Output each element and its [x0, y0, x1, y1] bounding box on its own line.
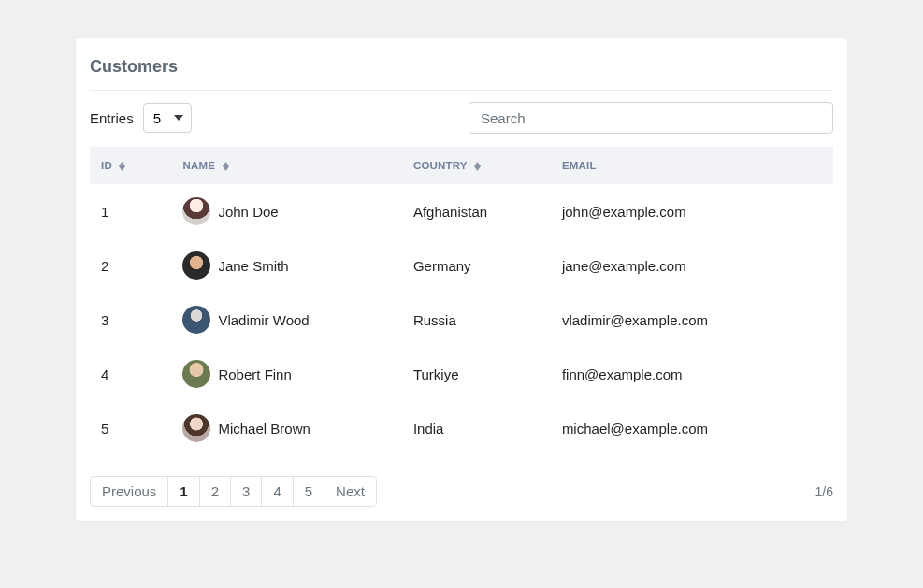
table-row: 1John DoeAfghanistanjohn@example.com	[90, 184, 833, 238]
table-row: 4Robert FinnTurkiyefinn@example.com	[90, 347, 833, 401]
customers-table: ID Name Country	[90, 147, 833, 455]
sort-icon	[119, 162, 125, 171]
page-3[interactable]: 3	[230, 476, 262, 507]
avatar	[182, 251, 210, 280]
cell-country: Germany	[402, 238, 551, 293]
cell-email: john@example.com	[551, 184, 833, 238]
avatar	[182, 197, 210, 225]
column-label: ID	[101, 160, 112, 171]
cell-email: finn@example.com	[551, 347, 833, 401]
cell-country: Turkiye	[402, 347, 551, 401]
cell-name: Jane Smith	[171, 238, 401, 293]
column-label: Name	[182, 160, 215, 171]
column-header-country[interactable]: Country	[402, 147, 551, 184]
column-header-id[interactable]: ID	[90, 147, 171, 184]
table-row: 2Jane SmithGermanyjane@example.com	[90, 238, 833, 293]
avatar	[182, 414, 210, 442]
page-1[interactable]: 1	[167, 476, 199, 507]
cell-country: Afghanistan	[402, 184, 551, 238]
page-previous[interactable]: Previous	[90, 476, 168, 507]
name-text: Vladimir Wood	[218, 312, 309, 328]
table-footer: Previous12345Next 1/6	[90, 476, 833, 507]
column-label: Email	[562, 160, 597, 171]
name-text: Robert Finn	[218, 366, 291, 382]
table-header-row: ID Name Country	[90, 147, 833, 184]
page-4[interactable]: 4	[261, 476, 293, 507]
column-header-name[interactable]: Name	[171, 147, 401, 184]
name-text: Jane Smith	[218, 258, 288, 274]
page-2[interactable]: 2	[199, 476, 231, 507]
table-row: 5Michael BrownIndiamichael@example.com	[90, 401, 833, 455]
cell-country: India	[402, 401, 551, 455]
column-header-email: Email	[551, 147, 833, 184]
cell-country: Russia	[402, 293, 551, 347]
cell-name: Vladimir Wood	[171, 293, 401, 347]
avatar	[182, 306, 210, 334]
name-text: John Doe	[218, 204, 278, 220]
table-controls: Entries 510152025	[90, 102, 833, 134]
page-5[interactable]: 5	[293, 476, 324, 507]
cell-name: Michael Brown	[171, 401, 401, 455]
cell-id: 3	[90, 293, 171, 347]
entries-select[interactable]: 510152025	[143, 103, 192, 133]
sort-icon	[474, 162, 481, 171]
avatar	[182, 360, 210, 388]
sort-icon	[223, 162, 229, 171]
cell-email: jane@example.com	[551, 238, 833, 293]
cell-id: 1	[90, 184, 171, 238]
search-input[interactable]	[469, 102, 833, 134]
customers-card: Customers Entries 510152025 ID Name	[75, 37, 848, 522]
page-next[interactable]: Next	[324, 476, 377, 507]
table-body: 1John DoeAfghanistanjohn@example.com2Jan…	[90, 184, 833, 455]
cell-id: 5	[90, 401, 171, 455]
cell-id: 2	[90, 238, 171, 293]
name-text: Michael Brown	[218, 421, 310, 437]
entries-label: Entries	[90, 110, 134, 126]
pagination: Previous12345Next	[90, 476, 377, 507]
cell-id: 4	[90, 347, 171, 401]
entries-control: Entries 510152025	[90, 103, 192, 133]
cell-name: John Doe	[171, 184, 401, 238]
cell-email: vladimir@example.com	[551, 293, 833, 347]
page-title: Customers	[90, 57, 833, 91]
page-info: 1/6	[815, 484, 833, 499]
table-row: 3Vladimir WoodRussiavladimir@example.com	[90, 293, 833, 347]
cell-email: michael@example.com	[551, 401, 833, 455]
cell-name: Robert Finn	[171, 347, 401, 401]
column-label: Country	[413, 160, 468, 171]
